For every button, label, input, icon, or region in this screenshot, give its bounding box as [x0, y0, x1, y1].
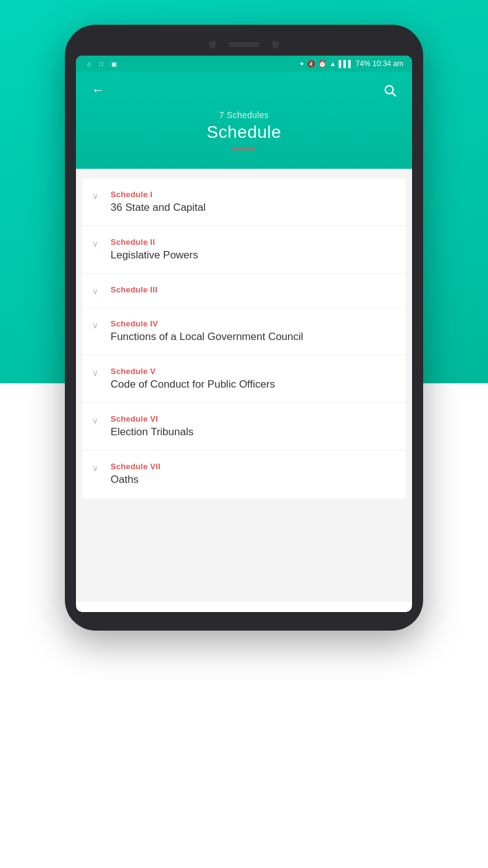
- phone-mockup: ♫ □ ▣ ✦ 🔇 ⏰ ▲ ▌▌▌ 74% 10:34 am: [65, 25, 423, 631]
- phone-top-bar: [76, 36, 412, 56]
- schedule-content-3: Schedule III: [111, 285, 396, 296]
- image-icon: ▣: [109, 61, 118, 67]
- schedule-item-6[interactable]: ∨ Schedule VI Election Tribunals: [82, 403, 406, 451]
- hero-section: A highly accessible, easy to use app ver…: [0, 0, 488, 383]
- status-bar: ♫ □ ▣ ✦ 🔇 ⏰ ▲ ▌▌▌ 74% 10:34 am: [76, 56, 412, 72]
- battery-text: 74% 10:34 am: [356, 59, 403, 68]
- alarm-icon: ⏰: [318, 60, 327, 68]
- schedule-number-6: Schedule VI: [111, 414, 396, 423]
- status-left-icons: ♫ □ ▣: [85, 61, 118, 67]
- schedule-number-3: Schedule III: [111, 285, 396, 294]
- schedule-item-5[interactable]: ∨ Schedule V Code of Conduct for Public …: [82, 355, 406, 403]
- header-subtitle: 7 Schedules: [88, 110, 400, 120]
- schedule-item-1[interactable]: ∨ Schedule I 36 State and Capital: [82, 179, 406, 226]
- schedule-item-3[interactable]: ∨ Schedule III: [82, 274, 406, 308]
- schedule-title-1: 36 State and Capital: [111, 201, 396, 215]
- phone-screen: ♫ □ ▣ ✦ 🔇 ⏰ ▲ ▌▌▌ 74% 10:34 am: [76, 56, 412, 612]
- chevron-down-icon-4: ∨: [92, 320, 102, 330]
- header-underline: [232, 148, 256, 150]
- schedule-number-1: Schedule I: [111, 190, 396, 199]
- schedule-card: ∨ Schedule I 36 State and Capital ∨ Sche…: [82, 179, 406, 498]
- phone-speaker: [229, 42, 259, 47]
- schedule-title-2: Legislative Powers: [111, 249, 396, 262]
- app-header: ← 7 Schedules Schedule: [76, 72, 412, 169]
- mute-icon: 🔇: [307, 60, 316, 68]
- schedule-content-4: Schedule IV Functions of a Local Governm…: [111, 319, 396, 344]
- schedule-content-5: Schedule V Code of Conduct for Public Of…: [111, 367, 396, 391]
- back-button[interactable]: ←: [88, 80, 108, 100]
- phone-camera-right: [272, 41, 279, 48]
- chevron-down-icon-7: ∨: [92, 463, 102, 473]
- schedule-content-1: Schedule I 36 State and Capital: [111, 190, 396, 215]
- schedule-title-6: Election Tribunals: [111, 425, 396, 439]
- chevron-down-icon-3: ∨: [92, 286, 102, 296]
- schedule-title-5: Code of Conduct for Public Officers: [111, 378, 396, 391]
- content-area: ∨ Schedule I 36 State and Capital ∨ Sche…: [76, 169, 412, 602]
- schedule-content-6: Schedule VI Election Tribunals: [111, 414, 396, 439]
- schedule-title-4: Functions of a Local Government Council: [111, 330, 396, 344]
- schedule-content-7: Schedule VII Oaths: [111, 462, 396, 487]
- schedule-number-4: Schedule IV: [111, 319, 396, 328]
- signal-icon: ▌▌▌: [339, 60, 353, 67]
- schedule-item-2[interactable]: ∨ Schedule II Legislative Powers: [82, 226, 406, 274]
- schedule-item-4[interactable]: ∨ Schedule IV Functions of a Local Gover…: [82, 308, 406, 355]
- phone-camera: [209, 41, 216, 48]
- schedule-number-5: Schedule V: [111, 367, 396, 376]
- chevron-down-icon-5: ∨: [92, 368, 102, 378]
- schedule-number-2: Schedule II: [111, 237, 396, 247]
- schedule-number-7: Schedule VII: [111, 462, 396, 471]
- spotify-icon: ♫: [85, 61, 93, 67]
- sim-icon: □: [97, 61, 106, 67]
- schedule-content-2: Schedule II Legislative Powers: [111, 237, 396, 262]
- schedule-title-7: Oaths: [111, 473, 396, 487]
- header-title: Schedule: [88, 122, 400, 142]
- svg-line-1: [392, 93, 395, 96]
- bluetooth-icon: ✦: [299, 60, 305, 68]
- chevron-down-icon-2: ∨: [92, 239, 102, 249]
- schedule-item-7[interactable]: ∨ Schedule VII Oaths: [82, 451, 406, 498]
- chevron-down-icon-6: ∨: [92, 415, 102, 425]
- wifi-icon: ▲: [329, 60, 336, 67]
- chevron-down-icon: ∨: [92, 191, 102, 201]
- header-nav: ←: [88, 80, 400, 100]
- status-right-info: ✦ 🔇 ⏰ ▲ ▌▌▌ 74% 10:34 am: [299, 59, 403, 68]
- search-button[interactable]: [380, 80, 400, 100]
